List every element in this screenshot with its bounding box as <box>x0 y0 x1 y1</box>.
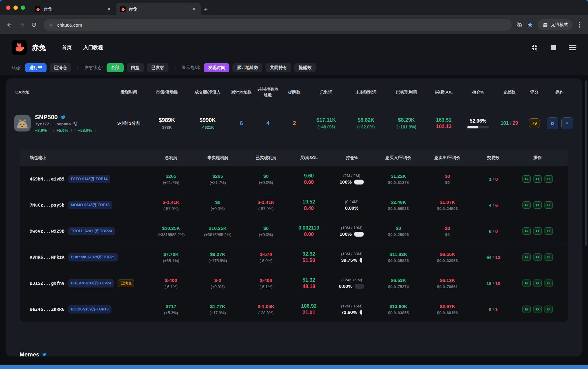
wallet-action-d-button[interactable]: D <box>545 175 553 183</box>
token-position-badge[interactable]: MOMO-$345万-TOP18 <box>68 201 112 209</box>
wallet-holding-supply: (10M / 10M) <box>330 226 374 230</box>
wallet-row[interactable]: 7MuCz...psySb MOMO-$345万-TOP18 $-1.41K (… <box>20 192 568 218</box>
wallet-tx-sell: 1 <box>495 307 498 312</box>
filter-sort-common-hold[interactable]: 共同持有 <box>266 63 291 72</box>
browser-tab-2-active[interactable]: 赤兔 ✕ <box>116 3 201 15</box>
wallet-action-o-button[interactable]: O <box>533 253 542 261</box>
filter-status-active[interactable]: 进行中 <box>25 63 47 72</box>
wallet-action-d-button[interactable]: D <box>545 253 553 261</box>
token-name[interactable]: SNP500 <box>35 114 58 121</box>
wallet-action-d-button[interactable]: D <box>545 201 553 209</box>
wallet-buy-sol: 92.92 <box>288 251 330 257</box>
browser-tab-1[interactable]: 赤兔 ✕ <box>31 3 116 15</box>
new-tab-button[interactable]: + <box>201 6 212 15</box>
token-position-badge[interactable]: DREAM-$168万-TOP24 <box>68 279 114 287</box>
zoom-window-button[interactable] <box>21 6 25 10</box>
wallet-action-g-button[interactable]: G <box>522 227 531 235</box>
position-toggle[interactable] <box>360 310 362 315</box>
position-toggle[interactable] <box>354 232 364 237</box>
wallet-address[interactable]: 4G9bN...eivB5 <box>30 177 65 181</box>
wallet-action-g-button[interactable]: G <box>522 253 531 261</box>
chrome-menu-icon[interactable] <box>577 22 582 28</box>
wallet-action-d-button[interactable]: D <box>545 306 553 313</box>
wallet-action-d-button[interactable]: D <box>545 280 553 287</box>
menu-icon[interactable] <box>569 45 576 50</box>
filter-sort-alerts[interactable]: 提醒数 <box>294 63 316 72</box>
reload-button[interactable] <box>29 20 39 30</box>
wallet-action-d-button[interactable]: D <box>545 227 553 235</box>
wallet-address[interactable]: AVHR6...NPkzA <box>30 255 65 260</box>
total-profit: $17.11K <box>307 117 346 123</box>
filter-status-cleared[interactable]: 已清仓 <box>50 63 71 72</box>
wallet-realized: $0 <box>244 173 288 179</box>
position-toggle[interactable] <box>354 180 364 184</box>
wallet-total-profit: $-400 <box>150 278 192 283</box>
wallet-realized: $0 <box>244 226 288 231</box>
wallet-action-o-button[interactable]: O <box>533 201 542 209</box>
nav-tutorial[interactable]: 入门教程 <box>83 44 103 51</box>
wallet-row[interactable]: AVHR6...NPkzA Buttcoin-$1379万-TOP21 $7.7… <box>20 244 568 270</box>
token-row[interactable]: SNP500 3yr17Z...oopump +8.9%↑ / <box>6 106 582 140</box>
position-pct: 52.06% <box>461 118 495 124</box>
wallet-row[interactable]: B31SZ...gofnV DREAM-$168万-TOP24 已清仓 $-40… <box>20 270 568 296</box>
token-position-badge[interactable]: ROCK-$109万-TOP13 <box>68 305 111 314</box>
wallet-row[interactable]: 4G9bN...eivB5 FAFO-$145万-TOP14 $265 (+21… <box>20 166 568 192</box>
stop-square-icon[interactable] <box>551 45 556 50</box>
wallet-address[interactable]: 7MuCz...psySb <box>30 203 65 207</box>
nav-home[interactable]: 首页 <box>62 44 72 51</box>
close-tab-icon[interactable]: ✕ <box>106 6 112 12</box>
wallet-address[interactable]: 9w6vz...w929B <box>30 229 65 234</box>
tab-title: 赤兔 <box>129 6 188 12</box>
twitter-icon[interactable] <box>60 114 66 120</box>
address-bar[interactable]: chitu66.com <box>43 19 512 31</box>
wallet-action-g-button[interactable]: G <box>522 306 531 313</box>
wallet-address[interactable]: Be24G...ZnRR6 <box>30 307 65 312</box>
back-button[interactable] <box>4 20 15 30</box>
wallet-buy-total: $13.60K <box>374 304 423 309</box>
token-position-badge[interactable]: TROLL-$2411万-TOP24 <box>68 227 115 235</box>
addr-count: 6 <box>240 120 243 126</box>
position-bar <box>467 126 489 128</box>
close-window-button[interactable] <box>6 6 10 10</box>
wallet-action-o-button[interactable]: O <box>533 306 542 313</box>
wallet-action-o-button[interactable]: O <box>533 175 542 183</box>
token-address[interactable]: 3yr17Z...oopump <box>35 122 71 126</box>
eye-off-icon[interactable] <box>516 21 523 28</box>
wallet-action-g-button[interactable]: G <box>522 280 531 287</box>
forward-button[interactable] <box>17 20 27 30</box>
wallet-buy-sol: 106.92 <box>288 303 330 309</box>
wallet-sell-total: $2.67K <box>423 304 472 309</box>
twitter-icon[interactable] <box>42 352 47 356</box>
wallet-action-g-button[interactable]: G <box>522 175 531 183</box>
col-unrealized: 未实现利润 <box>346 89 386 95</box>
scrollbar-thumb[interactable] <box>585 80 587 246</box>
filter-launch-all[interactable]: 全部 <box>107 63 124 72</box>
app-logo[interactable] <box>12 40 27 55</box>
wallet-action-o-button[interactable]: O <box>533 280 542 287</box>
token-position-badge[interactable]: Buttcoin-$1379万-TOP21 <box>68 253 118 261</box>
token-position-badge[interactable]: FAFO-$145万-TOP14 <box>68 175 111 183</box>
filter-sort-addr-count[interactable]: 累计地址数 <box>232 63 262 72</box>
bubble-map-icon[interactable] <box>73 122 77 126</box>
wallet-action-o-button[interactable]: O <box>533 227 542 235</box>
bookmark-star-icon[interactable] <box>527 22 533 28</box>
wallet-action-g-button[interactable]: G <box>522 201 531 209</box>
next-token-partial-row[interactable]: Memes <box>20 351 582 356</box>
filter-launch-inner[interactable]: 内盘 <box>127 63 144 72</box>
wallet-row[interactable]: 9w6vz...w929B TROLL-$2411万-TOP24 $10.25K… <box>20 218 568 244</box>
wallet-unrealized: $265 <box>192 173 244 179</box>
position-toggle[interactable] <box>360 258 362 263</box>
qr-code-icon[interactable] <box>531 44 538 51</box>
wallet-row[interactable]: Be24G...ZnRR6 ROCK-$109万-TOP13 $717 (+5.… <box>20 296 568 322</box>
wallet-address[interactable]: B31SZ...gofnV <box>30 281 65 286</box>
site-info-icon[interactable] <box>48 22 54 28</box>
wallet-buy-avg-price: $0.0₃35836 <box>374 258 423 263</box>
wallet-unrealized-pct: (+3816985.2%) <box>192 232 244 237</box>
close-tab-icon[interactable]: ✕ <box>191 6 197 12</box>
token-action-d-button[interactable]: D <box>547 117 558 129</box>
token-dropdown-button[interactable]: ▼ <box>561 117 573 129</box>
minimize-window-button[interactable] <box>13 6 18 10</box>
position-toggle[interactable] <box>355 284 364 289</box>
filter-launch-launched[interactable]: 已发射 <box>147 63 168 72</box>
filter-sort-found-time[interactable]: 发现时间 <box>204 63 229 72</box>
